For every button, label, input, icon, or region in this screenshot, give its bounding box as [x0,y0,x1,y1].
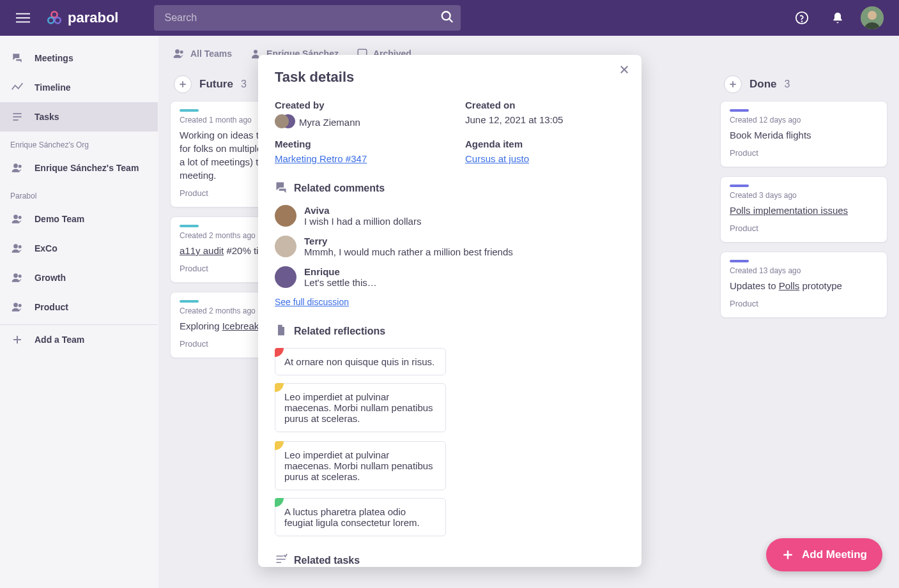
task-details-modal: Task details Created by Myra Ziemann Cre… [258,55,642,567]
sidebar-team-product[interactable]: Product [0,292,158,322]
plus-icon [10,333,24,347]
org-label: Enrique Sánchez's Org [0,132,158,153]
card-created: Created 12 days ago [730,116,878,124]
card-body: Polls implementation issues [730,204,878,217]
reflection-card[interactable]: A luctus pharetra platea odio feugiat li… [275,498,446,536]
logo-text: parabol [68,10,118,26]
team-icon [10,212,24,226]
card-created: Created 3 days ago [730,191,878,200]
reflection-text: A luctus pharetra platea odio feugiat li… [284,506,420,528]
comment-text: Mmmh, I would much rather a million best… [304,246,513,257]
svg-point-3 [51,11,57,17]
plus-icon [781,548,794,561]
chat-icon [10,51,24,65]
team-label: Growth [35,273,66,283]
nav-label: Timeline [35,82,71,93]
reflection-text: At ornare non quisque quis in risus. [284,356,434,367]
svg-point-16 [19,165,22,168]
nav-label: Meetings [35,53,73,63]
comments-heading: Related comments [294,183,385,194]
add-team-button[interactable]: Add a Team [0,324,158,354]
filter-all-teams[interactable]: All Teams [173,47,232,60]
comment-author: Aviva [304,205,421,216]
card-created: Created 13 days ago [730,266,878,275]
meeting-label: Meeting [275,139,434,149]
svg-rect-1 [16,17,30,19]
nav-timeline[interactable]: Timeline [0,73,158,102]
see-full-discussion-link[interactable]: See full discussion [275,297,349,307]
hamburger-menu[interactable] [10,5,36,31]
team-icon [10,271,24,285]
comments-icon [275,181,288,196]
reflection-card[interactable]: At ornare non quisque quis in risus. [275,348,446,375]
comment-text: Let's settle this… [304,277,377,288]
nav-tasks[interactable]: Tasks [0,102,158,132]
close-icon[interactable] [619,64,630,79]
svg-point-19 [13,244,18,248]
svg-point-24 [19,304,22,307]
svg-point-23 [13,303,18,307]
card-footer: Product [730,299,878,308]
svg-line-7 [449,19,453,22]
task-card[interactable]: Created 3 days ago Polls implementation … [720,176,887,243]
svg-point-20 [19,245,22,248]
svg-point-22 [19,275,22,278]
created-by-label: Created by [275,100,434,110]
svg-point-5 [55,17,61,23]
sidebar-team-growth[interactable]: Growth [0,263,158,292]
svg-point-18 [19,216,22,219]
comment: Terry Mmmh, I would much rather a millio… [275,236,625,257]
agenda-link[interactable]: Cursus at justo [465,153,529,164]
team-icon [10,241,24,255]
logo[interactable]: parabol [46,10,118,26]
reflections-heading: Related reflections [294,326,385,337]
creator-name: Myra Ziemann [299,117,360,128]
team-label: Enrique Sánchez's Team [35,163,139,173]
team-label: ExCo [35,243,58,253]
meeting-link[interactable]: Marketing Retro #347 [275,153,367,164]
comment-author: Enrique [304,266,377,277]
add-meeting-button[interactable]: Add Meeting [766,538,882,571]
modal-title: Task details [275,69,625,86]
svg-point-29 [254,50,257,54]
nav-meetings[interactable]: Meetings [0,43,158,73]
reflection-card[interactable]: Leo imperdiet at pulvinar maecenas. Morb… [275,383,446,432]
column-count: 3 [241,79,247,90]
svg-rect-2 [16,22,30,23]
team-label: Product [35,302,68,312]
sidebar-team-enrique[interactable]: Enrique Sánchez's Team [0,153,158,183]
help-icon[interactable] [789,5,815,31]
tasks-icon [275,553,288,567]
user-avatar[interactable] [861,6,884,29]
sidebar-team-exco[interactable]: ExCo [0,234,158,263]
reflection-card[interactable]: Leo imperdiet at pulvinar maecenas. Morb… [275,441,446,490]
svg-point-6 [442,11,450,20]
svg-point-15 [13,163,18,168]
add-card-button[interactable] [724,75,742,93]
svg-rect-0 [16,13,30,15]
fab-label: Add Meeting [802,548,867,561]
comment: Enrique Let's settle this… [275,266,625,288]
team-icon [173,47,185,60]
task-card[interactable]: Created 13 days ago Updates to Polls pro… [720,252,887,318]
nav-label: Tasks [35,112,59,122]
column-count: 3 [785,79,790,90]
svg-point-27 [175,49,180,54]
search-input[interactable] [154,5,461,31]
reflection-text: Leo imperdiet at pulvinar maecenas. Morb… [284,391,433,424]
svg-point-4 [48,17,54,23]
timeline-icon [10,80,24,94]
card-footer: Product [730,148,878,158]
search-icon[interactable] [440,10,454,26]
add-card-button[interactable] [174,75,192,93]
tasks-icon [10,110,24,124]
sidebar-team-demo[interactable]: Demo Team [0,204,158,234]
created-on-value: June 12, 2021 at 13:05 [465,114,625,125]
card-body: Updates to Polls prototype [730,279,878,292]
team-label: Demo Team [35,214,84,224]
notifications-icon[interactable] [825,5,850,31]
card-body: Book Merida flights [730,128,878,142]
agenda-label: Agenda item [465,139,625,149]
task-card[interactable]: Created 12 days ago Book Merida flights … [720,101,887,167]
parabol-label: Parabol [0,183,158,204]
